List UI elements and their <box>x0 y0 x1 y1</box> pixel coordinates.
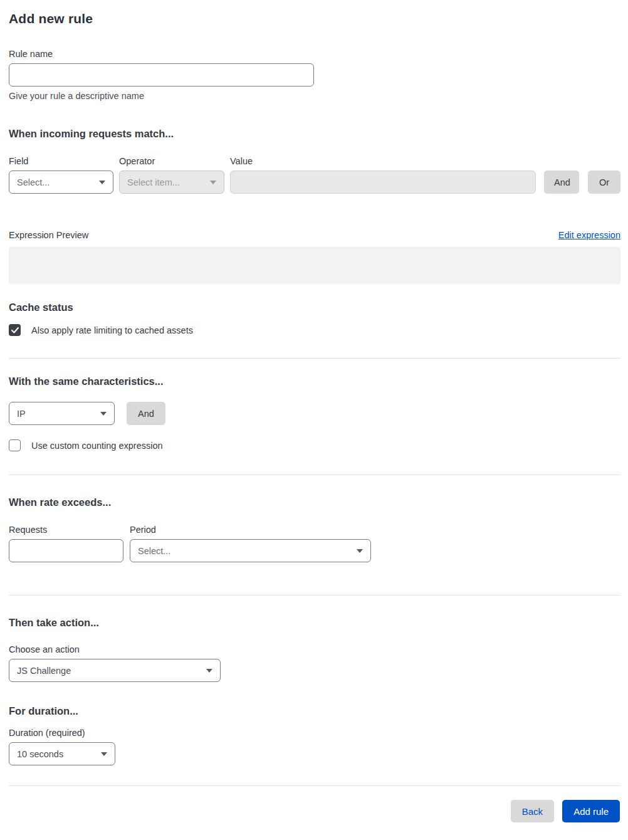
rate-heading: When rate exceeds... <box>9 496 620 508</box>
edit-expression-link[interactable]: Edit expression <box>558 230 620 240</box>
field-select[interactable]: Select... <box>9 171 113 194</box>
footer-actions: Back Add rule <box>0 800 628 822</box>
choose-action-label: Choose an action <box>9 644 620 654</box>
period-label: Period <box>130 525 371 535</box>
section-divider <box>9 595 620 596</box>
period-select[interactable]: Select... <box>130 539 371 562</box>
page-title: Add new rule <box>9 11 620 26</box>
rule-name-helper: Give your rule a descriptive name <box>9 91 620 101</box>
and-button[interactable]: And <box>544 171 579 194</box>
field-label: Field <box>9 156 113 166</box>
characteristics-heading: With the same characteristics... <box>9 375 620 387</box>
period-select-value: Select... <box>138 546 170 556</box>
chevron-down-icon <box>99 181 105 184</box>
value-label: Value <box>230 156 536 166</box>
duration-heading: For duration... <box>9 705 620 717</box>
expression-preview-box <box>9 247 620 284</box>
operator-select: Select item... <box>119 171 224 194</box>
or-button[interactable]: Or <box>588 171 620 194</box>
duration-select[interactable]: 10 seconds <box>9 742 115 765</box>
custom-counting-checkbox[interactable] <box>9 439 21 451</box>
rule-name-input[interactable] <box>9 63 314 87</box>
operator-label: Operator <box>119 156 224 166</box>
chevron-down-icon <box>101 752 107 756</box>
section-divider <box>9 358 620 359</box>
rule-name-label: Rule name <box>9 49 620 59</box>
operator-select-value: Select item... <box>127 177 180 187</box>
characteristic-select-value: IP <box>17 409 26 419</box>
chevron-down-icon <box>100 412 107 416</box>
requests-input[interactable] <box>9 539 123 562</box>
cached-assets-checkbox-label: Also apply rate limiting to cached asset… <box>31 325 193 335</box>
section-divider <box>9 475 620 475</box>
field-select-value: Select... <box>17 177 50 187</box>
characteristic-select[interactable]: IP <box>9 402 115 425</box>
value-input <box>230 171 536 194</box>
back-button[interactable]: Back <box>511 800 554 822</box>
action-select[interactable]: JS Challenge <box>9 659 221 682</box>
characteristic-and-button[interactable]: And <box>127 402 165 425</box>
chevron-down-icon <box>357 549 363 553</box>
action-heading: Then take action... <box>9 617 620 629</box>
add-rule-button[interactable]: Add rule <box>562 800 620 822</box>
expression-preview-label: Expression Preview <box>9 230 88 240</box>
custom-counting-checkbox-label: Use custom counting expression <box>31 441 163 451</box>
duration-select-value: 10 seconds <box>17 749 63 759</box>
action-select-value: JS Challenge <box>17 666 71 676</box>
cached-assets-checkbox[interactable] <box>9 324 21 336</box>
requests-label: Requests <box>9 525 123 535</box>
footer-divider <box>9 785 620 786</box>
chevron-down-icon <box>206 669 212 673</box>
match-section-heading: When incoming requests match... <box>9 128 620 140</box>
chevron-down-icon <box>210 181 216 184</box>
cache-status-heading: Cache status <box>9 302 620 313</box>
add-rule-form: Add new rule Rule name Give your rule a … <box>0 0 628 336</box>
duration-label: Duration (required) <box>9 728 620 738</box>
checkmark-icon <box>11 327 19 333</box>
